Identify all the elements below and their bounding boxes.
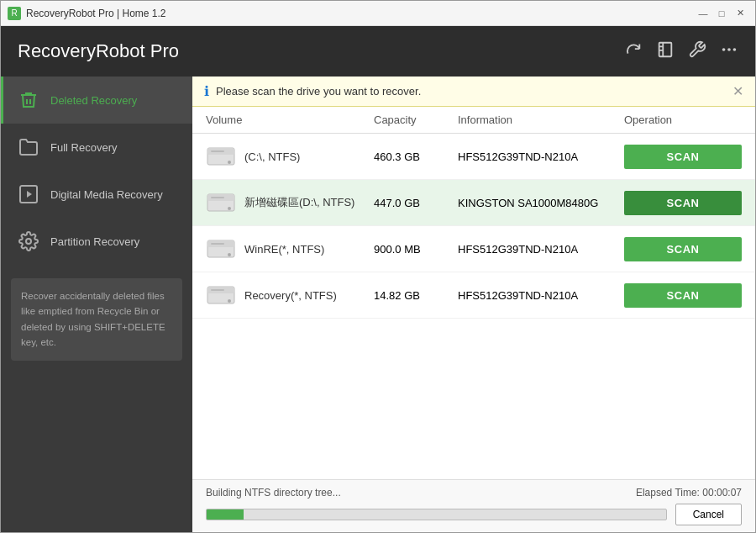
title-bar-text: RecoveryRobot Pro | Home 1.2 [26, 8, 695, 19]
sidebar-item-digital-media[interactable]: Digital Media Recovery [1, 171, 192, 218]
cancel-button[interactable]: Cancel [675, 504, 742, 525]
table-header: Volume Capacity Information Operation [192, 107, 755, 134]
svg-point-6 [26, 239, 31, 244]
svg-rect-18 [211, 243, 224, 245]
main-window: R RecoveryRobot Pro | Home 1.2 — □ ✕ Rec… [0, 0, 756, 533]
drive-name-3: WinRE(*, NTFS) [244, 243, 324, 256]
drives-table: Volume Capacity Information Operation [192, 107, 755, 479]
table-row: (C:\, NTFS) 460.3 GB HFS512G39TND-N210A … [192, 134, 755, 180]
svg-rect-14 [211, 197, 224, 198]
svg-point-13 [228, 207, 231, 210]
svg-point-1 [722, 48, 726, 51]
minimize-button[interactable]: — [695, 5, 711, 22]
table-row: WinRE(*, NTFS) 900.0 MB HFS512G39TND-N21… [192, 226, 755, 272]
sidebar-item-deleted-label: Deleted Recovery [50, 94, 137, 107]
sidebar-item-partition-label: Partition Recovery [50, 235, 139, 248]
scan-button-4[interactable]: SCAN [624, 283, 742, 308]
drive-cell: 新增磁碟區(D:\, NTFS) [206, 190, 374, 215]
bookmark-button[interactable] [656, 40, 675, 63]
info-banner-text: Please scan the drive you want to recove… [216, 85, 726, 98]
info-icon: ℹ [204, 83, 209, 99]
progress-row: Cancel [206, 504, 742, 525]
close-button[interactable]: ✕ [732, 5, 748, 22]
sidebar-item-full-label: Full Recovery [50, 141, 117, 154]
drive-name-2: 新增磁碟區(D:\, NTFS) [244, 195, 354, 210]
drive-name-1: (C:\, NTFS) [244, 150, 300, 163]
header-actions [624, 40, 738, 63]
svg-point-3 [733, 48, 737, 51]
table-row: 新增磁碟區(D:\, NTFS) 447.0 GB KINGSTON SA100… [192, 180, 755, 226]
capacity-1: 460.3 GB [374, 150, 458, 163]
status-left: Building NTFS directory tree... [206, 487, 341, 499]
svg-marker-5 [27, 191, 32, 198]
svg-rect-10 [211, 150, 224, 152]
trash-icon [17, 88, 40, 112]
info-banner-close-button[interactable]: ✕ [732, 83, 743, 99]
play-icon [17, 182, 40, 206]
svg-point-17 [228, 253, 231, 256]
scan-button-1[interactable]: SCAN [624, 145, 742, 169]
app-icon: R [8, 7, 21, 20]
footer: Building NTFS directory tree... Elapsed … [192, 479, 755, 532]
drive-icon [206, 144, 236, 169]
refresh-button[interactable] [624, 40, 643, 63]
tools-button[interactable] [688, 40, 706, 63]
title-bar: R RecoveryRobot Pro | Home 1.2 — □ ✕ [1, 1, 755, 26]
sidebar-item-full-recovery[interactable]: Full Recovery [1, 124, 192, 171]
sidebar: Deleted Recovery Full Recovery Digi [1, 77, 192, 532]
content-area: ℹ Please scan the drive you want to reco… [192, 77, 755, 532]
drive-cell: WinRE(*, NTFS) [206, 236, 374, 261]
scan-button-2[interactable]: SCAN [624, 191, 742, 215]
sidebar-item-deleted-recovery[interactable]: Deleted Recovery [1, 77, 192, 124]
scan-button-3[interactable]: SCAN [624, 237, 742, 261]
col-operation: Operation [624, 113, 742, 126]
main-layout: Deleted Recovery Full Recovery Digi [1, 77, 755, 532]
app-header: RecoveryRobot Pro [1, 26, 755, 77]
info-1: HFS512G39TND-N210A [458, 150, 624, 163]
folder-icon [17, 135, 40, 159]
svg-point-2 [727, 48, 731, 51]
sidebar-item-digital-label: Digital Media Recovery [50, 188, 163, 201]
progress-bar-container [206, 509, 667, 520]
drive-cell: (C:\, NTFS) [206, 144, 374, 169]
sidebar-item-partition-recovery[interactable]: Partition Recovery [1, 218, 192, 265]
drive-icon [206, 282, 236, 308]
capacity-3: 900.0 MB [374, 243, 458, 256]
col-capacity: Capacity [374, 113, 458, 126]
footer-status: Building NTFS directory tree... Elapsed … [206, 487, 742, 499]
more-button[interactable] [720, 40, 738, 63]
maximize-button[interactable]: □ [713, 5, 730, 22]
svg-point-21 [228, 299, 231, 303]
col-info: Information [458, 113, 624, 126]
sidebar-description: Recover accidentally deleted files like … [11, 278, 182, 361]
drive-cell: Recovery(*, NTFS) [206, 282, 374, 308]
app-title: RecoveryRobot Pro [18, 40, 624, 62]
capacity-4: 14.82 GB [374, 289, 458, 302]
progress-bar-fill [207, 509, 244, 520]
svg-rect-22 [211, 289, 224, 291]
info-4: HFS512G39TND-N210A [458, 289, 624, 302]
info-2: KINGSTON SA1000M8480G [458, 197, 624, 209]
gear-icon [17, 230, 40, 253]
status-right: Elapsed Time: 00:00:07 [636, 487, 742, 499]
capacity-2: 447.0 GB [374, 197, 458, 209]
drive-icon [206, 236, 236, 261]
svg-point-9 [228, 161, 231, 164]
info-3: HFS512G39TND-N210A [458, 243, 624, 256]
drive-name-4: Recovery(*, NTFS) [244, 289, 337, 302]
col-volume: Volume [206, 113, 374, 126]
table-row: Recovery(*, NTFS) 14.82 GB HFS512G39TND-… [192, 272, 755, 319]
drive-icon [206, 190, 236, 215]
title-bar-controls: — □ ✕ [695, 5, 748, 22]
info-banner: ℹ Please scan the drive you want to reco… [192, 77, 755, 107]
